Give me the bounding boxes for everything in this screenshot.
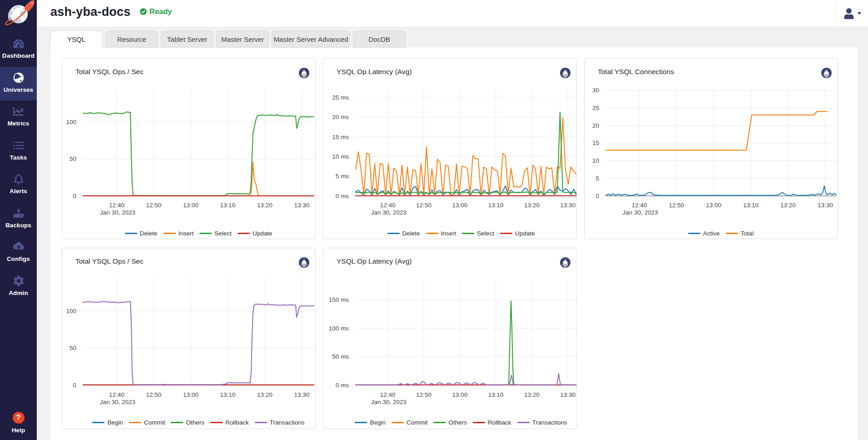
svg-text:0 ms: 0 ms bbox=[336, 382, 349, 389]
svg-text:Jan 30, 2023: Jan 30, 2023 bbox=[622, 209, 658, 216]
svg-text:12:40: 12:40 bbox=[109, 202, 124, 209]
svg-text:13:10: 13:10 bbox=[488, 391, 504, 398]
svg-text:30: 30 bbox=[592, 87, 599, 94]
svg-text:13:30: 13:30 bbox=[560, 202, 575, 209]
svg-text:20 ms: 20 ms bbox=[332, 114, 349, 120]
svg-text:100: 100 bbox=[66, 119, 76, 125]
svg-text:13:00: 13:00 bbox=[183, 202, 198, 209]
svg-text:15: 15 bbox=[592, 140, 599, 146]
svg-text:Jan 30, 2023: Jan 30, 2023 bbox=[371, 209, 407, 216]
svg-text:13:20: 13:20 bbox=[257, 202, 273, 209]
svg-text:Jan 30, 2023: Jan 30, 2023 bbox=[371, 399, 407, 405]
svg-text:Jan 30, 2023: Jan 30, 2023 bbox=[100, 399, 135, 405]
svg-text:12:40: 12:40 bbox=[380, 202, 396, 209]
svg-text:12:40: 12:40 bbox=[632, 202, 647, 209]
svg-text:12:40: 12:40 bbox=[380, 391, 396, 398]
svg-text:100: 100 bbox=[66, 308, 76, 315]
svg-text:13:20: 13:20 bbox=[524, 202, 540, 209]
svg-text:13:10: 13:10 bbox=[488, 202, 504, 209]
svg-text:15 ms: 15 ms bbox=[332, 134, 349, 140]
svg-text:13:00: 13:00 bbox=[452, 202, 467, 209]
svg-text:12:50: 12:50 bbox=[669, 202, 684, 209]
svg-text:12:50: 12:50 bbox=[416, 202, 432, 209]
svg-text:13:00: 13:00 bbox=[706, 202, 721, 209]
svg-text:0: 0 bbox=[73, 382, 76, 389]
svg-text:50: 50 bbox=[69, 345, 76, 351]
svg-text:20: 20 bbox=[592, 122, 599, 129]
svg-text:13:30: 13:30 bbox=[818, 202, 833, 209]
svg-text:5 ms: 5 ms bbox=[336, 173, 349, 180]
svg-text:12:50: 12:50 bbox=[146, 391, 162, 398]
svg-text:25: 25 bbox=[592, 105, 599, 111]
svg-text:0: 0 bbox=[73, 193, 76, 200]
svg-text:13:00: 13:00 bbox=[452, 391, 467, 398]
svg-text:10 ms: 10 ms bbox=[332, 153, 349, 160]
svg-text:0 ms: 0 ms bbox=[336, 193, 349, 200]
svg-text:13:10: 13:10 bbox=[220, 202, 236, 209]
svg-text:13:10: 13:10 bbox=[220, 391, 236, 398]
svg-text:0: 0 bbox=[595, 193, 599, 200]
svg-text:13:20: 13:20 bbox=[524, 391, 540, 398]
svg-text:13:20: 13:20 bbox=[780, 202, 796, 209]
svg-text:12:40: 12:40 bbox=[109, 391, 124, 398]
svg-text:13:30: 13:30 bbox=[560, 391, 575, 398]
svg-text:100 ms: 100 ms bbox=[329, 325, 349, 332]
svg-text:5: 5 bbox=[595, 175, 599, 182]
svg-text:50: 50 bbox=[69, 155, 76, 162]
svg-text:12:50: 12:50 bbox=[416, 391, 432, 398]
svg-text:13:20: 13:20 bbox=[257, 391, 273, 398]
svg-text:10: 10 bbox=[592, 157, 599, 164]
svg-text:13:00: 13:00 bbox=[183, 391, 198, 398]
svg-text:50 ms: 50 ms bbox=[332, 353, 349, 360]
svg-text:13:10: 13:10 bbox=[743, 202, 759, 209]
svg-text:Jan 30, 2023: Jan 30, 2023 bbox=[100, 209, 135, 216]
svg-text:150 ms: 150 ms bbox=[329, 296, 349, 303]
svg-text:12:50: 12:50 bbox=[146, 202, 162, 209]
svg-text:13:30: 13:30 bbox=[294, 202, 310, 209]
svg-text:13:30: 13:30 bbox=[294, 391, 310, 398]
svg-text:25 ms: 25 ms bbox=[332, 94, 349, 101]
